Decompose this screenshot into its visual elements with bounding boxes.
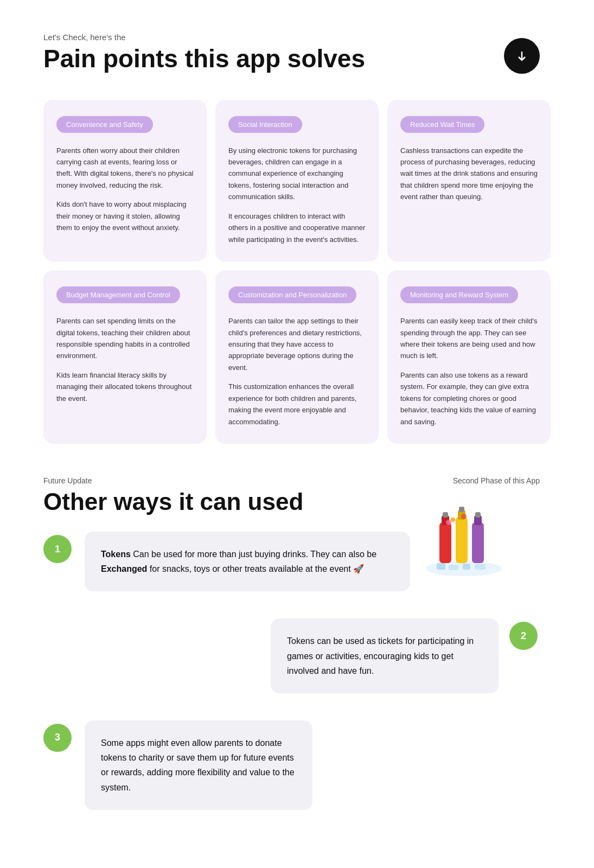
budget-tag: Budget Management and Control [56,286,180,303]
svg-point-12 [451,518,455,522]
future-section: Second Phase of this App Future Update O… [43,476,551,810]
budget-p2: Kids learn financial literacy skills by … [56,369,194,404]
feature-item-1: 1 Tokens Can be used for more than just … [43,532,551,591]
monitoring-tag: Monitoring and Reward System [400,286,518,303]
feature-item-2-wrapper: Tokens can be used as tickets for partic… [43,618,551,693]
page-container: Let's Check, here's the Pain points this… [0,0,594,864]
feature-text-3: Some apps might even allow parents to do… [101,736,296,795]
monitoring-p1: Parents can easily keep track of their c… [400,315,538,362]
feature-item-3: 3 Some apps might even allow parents to … [43,720,551,810]
reduced-tag: Reduced Wait Times [400,116,484,133]
feature-card-2: Tokens can be used as tickets for partic… [271,618,499,693]
feature-text-2: Tokens can be used as tickets for partic… [287,634,482,678]
svg-rect-10 [475,512,481,518]
second-phase-label: Second Phase of this App [453,476,540,485]
header-section: Let's Check, here's the Pain points this… [43,33,551,73]
svg-point-13 [461,514,467,519]
scroll-down-button[interactable] [504,38,540,74]
feature-text-1: Tokens Can be used for more than just bu… [101,547,394,576]
pain-card-customization: Customization and Personalization Parent… [215,270,379,444]
arrow-down-icon [515,49,528,62]
pain-card-social: Social Interaction By using electronic t… [215,100,379,262]
convenience-p2: Kids don't have to worry about misplacin… [56,199,194,233]
convenience-p1: Parents often worry about their children… [56,145,194,192]
social-p1: By using electronic tokens for purchasin… [228,145,366,203]
lets-check-label: Let's Check, here's the [43,33,551,42]
svg-rect-4 [443,512,448,518]
convenience-tag: Convenience and Safety [56,116,153,133]
feature-number-2: 2 [509,622,538,650]
svg-rect-7 [459,507,464,512]
reduced-p1: Cashless transactions can expedite the p… [400,145,538,203]
customization-p2: This customization enhances the overall … [228,381,366,427]
social-p2: It encourages children to interact with … [228,210,366,245]
pain-card-monitoring: Monitoring and Reward System Parents can… [387,270,551,444]
social-tag: Social Interaction [228,116,302,133]
feature-card-1: Tokens Can be used for more than just bu… [85,532,410,591]
pain-card-convenience: Convenience and Safety Parents often wor… [43,100,207,262]
feature-card-3: Some apps might even allow parents to do… [85,720,312,810]
svg-point-11 [446,520,451,525]
budget-p1: Parents can set spending limits on the d… [56,315,194,362]
monitoring-p2: Parents can also use tokens as a reward … [400,369,538,427]
page-title: Pain points this app solves [43,45,551,73]
pain-card-budget: Budget Management and Control Parents ca… [43,270,207,444]
pain-points-grid: Convenience and Safety Parents often wor… [43,100,551,444]
customization-p1: Parents can tailor the app settings to t… [228,315,366,373]
feature-number-1: 1 [43,535,72,563]
customization-tag: Customization and Personalization [228,286,356,303]
feature-number-3: 3 [43,724,72,752]
pain-card-reduced: Reduced Wait Times Cashless transactions… [387,100,551,262]
